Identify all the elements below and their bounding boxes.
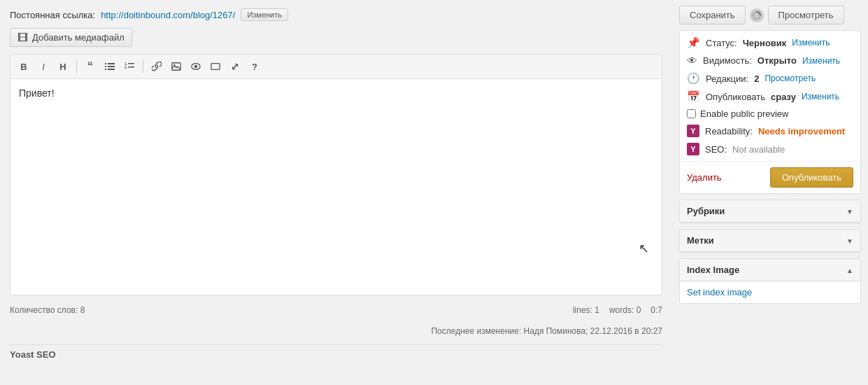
readability-yoast-icon: Y (687, 125, 699, 137)
delete-button[interactable]: Удалить (687, 172, 722, 183)
preview-toggle-button[interactable] (187, 57, 205, 76)
tags-title: Метки (687, 235, 714, 246)
permalink-row: Постоянная ссылка: http://doitinbound.co… (10, 8, 662, 21)
last-changed-text: Последнее изменение: Надя Поминова; 22.1… (431, 326, 662, 336)
sidebar: Сохранить Просмотреть 📌 Статус: Черновик… (672, 0, 868, 385)
permalink-label: Постоянная ссылка: (10, 10, 95, 20)
ul-icon (105, 62, 115, 71)
calendar-icon: 📅 (687, 90, 700, 103)
italic-button[interactable]: I (34, 57, 52, 76)
public-preview-row: Enable public preview (687, 108, 853, 119)
editor-text: Привет! (19, 88, 55, 99)
visibility-eye-icon: 👁 (687, 55, 697, 66)
tags-chevron-icon (846, 235, 853, 246)
word-count: Количество слов: 8 (10, 305, 85, 315)
index-image-body: Set index image (680, 281, 860, 303)
editor-stats: lines: 1 words: 0 0:7 (573, 305, 662, 315)
help-button[interactable]: ? (246, 57, 264, 76)
status-value: Черновик (743, 38, 787, 48)
ol-icon: 1. 2. (124, 62, 134, 71)
sidebar-top-buttons: Сохранить Просмотреть (679, 6, 861, 24)
link-button[interactable] (148, 57, 166, 76)
toolbar-divider-2 (143, 59, 143, 74)
seo-yoast-icon: Y (687, 143, 699, 155)
publish-button[interactable]: Опубликовать (770, 167, 853, 188)
bold-button[interactable]: B (15, 57, 33, 76)
publish-box: 📌 Статус: Черновик Изменить 👁 Видимость:… (679, 30, 861, 194)
seo-label: SEO: (705, 144, 727, 155)
revisions-value: 2 (754, 74, 759, 84)
visibility-value: Открыто (757, 55, 797, 66)
svg-rect-1 (108, 63, 115, 64)
svg-rect-5 (108, 69, 115, 70)
svg-rect-2 (105, 66, 106, 67)
readability-label: Readability: (705, 126, 753, 136)
revisions-link[interactable]: Просмотреть (764, 74, 816, 83)
publish-time-row: 📅 Опубликовать сразу Изменить (687, 90, 853, 103)
public-preview-label: Enable public preview (700, 108, 788, 119)
fullscreen-button[interactable] (206, 57, 225, 76)
eye-icon (191, 62, 201, 71)
permalink-link[interactable]: http://doitinbound.com/blog/1267/ (101, 10, 235, 20)
save-button[interactable]: Сохранить (679, 6, 746, 24)
last-changed-row: Последнее изменение: Надя Поминова; 22.1… (10, 325, 662, 337)
publish-time: сразу (771, 92, 796, 102)
revisions-label: Редакции: (706, 74, 748, 84)
readability-value: Needs improvement (758, 126, 845, 136)
unordered-list-button[interactable] (101, 57, 119, 76)
yoast-seo-label: Yoast SEO (10, 344, 662, 360)
visibility-row: 👁 Видимость: Открыто Изменить (687, 55, 853, 66)
spinner-icon (752, 10, 762, 20)
permalink-change-button[interactable]: Изменить (241, 8, 288, 21)
ordered-list-button[interactable]: 1. 2. (120, 57, 138, 76)
publish-box-footer: Удалить Опубликовать (680, 161, 860, 193)
tags-box: Метки (679, 229, 861, 253)
index-image-header[interactable]: Index Image (680, 259, 860, 281)
image-toolbar-button[interactable] (167, 57, 185, 76)
index-image-box: Index Image Set index image (679, 258, 861, 304)
readability-row: Y Readability: Needs improvement (687, 125, 853, 137)
publish-change-link[interactable]: Изменить (802, 92, 839, 102)
frame-icon (211, 62, 220, 71)
svg-point-13 (194, 65, 197, 68)
public-preview-checkbox[interactable] (687, 109, 696, 118)
time-stat: 0:7 (650, 305, 662, 315)
visibility-change-link[interactable]: Изменить (802, 56, 840, 66)
status-pin-icon: 📌 (687, 36, 700, 49)
link-icon (152, 62, 162, 71)
seo-value: Not available (732, 144, 785, 155)
lines-stat: lines: 1 (573, 305, 599, 315)
status-row: 📌 Статус: Черновик Изменить (687, 36, 853, 49)
set-index-image-link[interactable]: Set index image (687, 287, 752, 298)
editor-toolbar: B I H “ 1. (10, 54, 662, 78)
toolbar-divider-1 (76, 59, 77, 74)
editor-body[interactable]: Привет! ↖ (10, 78, 662, 295)
status-change-link[interactable]: Изменить (792, 38, 830, 48)
seo-row: Y SEO: Not available (687, 143, 853, 155)
revisions-icon: 🕐 (687, 72, 700, 85)
preview-button[interactable]: Просмотреть (768, 6, 844, 24)
image-icon (171, 62, 181, 71)
expand-button[interactable]: ⤢ (226, 57, 244, 76)
tags-header[interactable]: Метки (680, 230, 860, 252)
status-label: Статус: (706, 38, 737, 48)
publish-label: Опубликовать (706, 92, 765, 102)
svg-rect-3 (108, 66, 115, 67)
revisions-row: 🕐 Редакции: 2 Просмотреть (687, 72, 853, 85)
words-stat: words: 0 (609, 305, 641, 315)
blockquote-button[interactable]: “ (81, 57, 99, 76)
add-media-label: Добавить медиафайл (32, 32, 124, 43)
heading-button[interactable]: H (54, 57, 72, 76)
editor-content[interactable]: Привет! (19, 88, 653, 284)
publish-box-body: 📌 Статус: Черновик Изменить 👁 Видимость:… (680, 31, 860, 161)
media-icon: 🎞 (17, 31, 28, 43)
svg-rect-0 (105, 63, 106, 64)
svg-text:2.: 2. (124, 65, 128, 69)
add-media-button[interactable]: 🎞 Добавить медиафайл (10, 28, 132, 47)
index-image-chevron-icon (846, 265, 853, 275)
svg-rect-7 (128, 63, 134, 64)
index-image-title: Index Image (687, 265, 739, 275)
rubrics-header[interactable]: Рубрики (680, 200, 860, 223)
rubrics-title: Рубрики (687, 206, 725, 216)
rubrics-box: Рубрики (679, 200, 861, 223)
